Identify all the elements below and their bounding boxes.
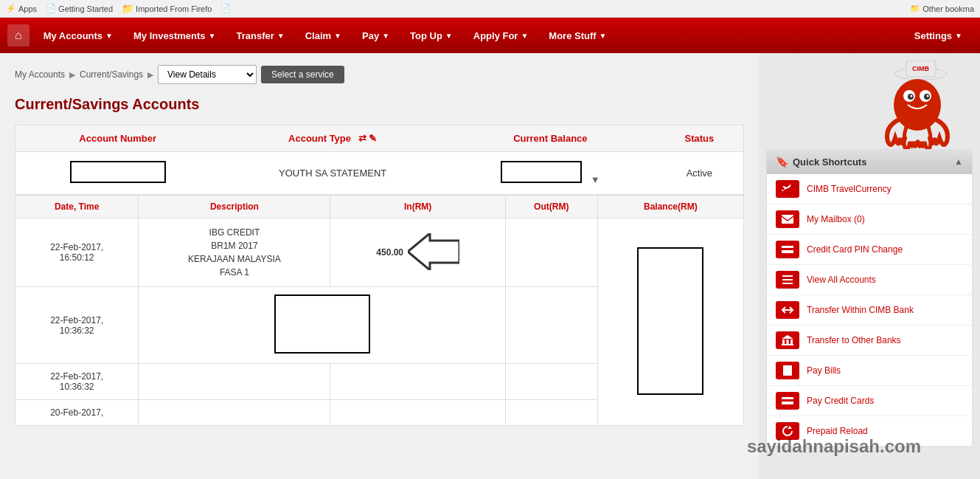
chevron-down-icon: ▼ (334, 32, 341, 40)
out-cell-1 (505, 218, 597, 287)
breadcrumb-sep-2: ▶ (147, 70, 153, 80)
home-button[interactable]: ⌂ (7, 24, 29, 46)
list-icon (776, 271, 799, 289)
balance-masked-block (637, 247, 703, 395)
page-icon: 📄 (46, 4, 56, 13)
th-in: In(RM) (330, 196, 505, 218)
balance-cell-1 (597, 218, 743, 426)
qs-label-transfer-cimb: Transfer Within CIMB Bank (807, 305, 914, 315)
svg-rect-15 (782, 279, 793, 280)
svg-rect-14 (782, 275, 793, 277)
balance-masked (501, 161, 582, 183)
nav-claim[interactable]: Claim ▼ (295, 18, 352, 53)
plane-icon (776, 180, 799, 198)
account-type-cell: YOUTH SA STATEMENT (220, 152, 445, 195)
qs-item-pay-credit[interactable]: Pay Credit Cards (767, 386, 972, 416)
breadcrumb-sep-1: ▶ (69, 70, 75, 80)
chevron-down-icon: ▼ (209, 32, 216, 40)
qs-item-prepaid-reload[interactable]: Prepaid Reload (767, 416, 972, 447)
qs-label-transfer-other: Transfer to Other Banks (807, 335, 901, 345)
mail-icon (776, 210, 799, 228)
qs-item-transfer-cimb[interactable]: Transfer Within CIMB Bank (767, 295, 972, 325)
qs-item-mailbox[interactable]: My Mailbox (0) (767, 204, 972, 235)
other-bookmarks-icon: 📁 (910, 4, 920, 13)
out-cell-2 (505, 287, 597, 364)
mascot-area: CIMB (766, 61, 973, 149)
quick-shortcuts-title: Quick Shortcuts (793, 156, 866, 168)
qs-label-pay-credit: Pay Credit Cards (807, 396, 874, 406)
chevron-down-icon: ▼ (382, 32, 389, 40)
bank-icon (776, 331, 799, 349)
date-cell-2: 22-Feb-2017,10:36:32 (15, 287, 139, 364)
browser-bar: ⚡ Apps 📄 Getting Started 📁 Imported From… (0, 0, 980, 18)
qs-label-pay-bills: Pay Bills (807, 365, 841, 376)
nav-my-investments[interactable]: My Investments ▼ (123, 18, 226, 53)
bookmarks: ⚡ Apps 📄 Getting Started 📁 Imported From… (6, 3, 231, 14)
navbar: ⌂ My Accounts ▼ My Investments ▼ Transfe… (0, 18, 980, 53)
account-number-masked (70, 161, 166, 183)
svg-rect-19 (790, 340, 793, 344)
bookmark-imported[interactable]: 📁 Imported From Firefo (122, 3, 212, 14)
qs-item-pay-bills[interactable]: Pay Bills (767, 356, 972, 386)
svg-rect-16 (782, 283, 793, 284)
content-area: My Accounts ▶ Current/Savings ▶ View Det… (0, 53, 759, 479)
current-balance-cell: ▼ (445, 152, 656, 195)
col-status: Status (656, 125, 744, 152)
nav-settings[interactable]: Settings ▼ (904, 18, 973, 53)
svg-rect-20 (782, 344, 793, 345)
th-balance: Balance(RM) (597, 196, 743, 218)
qs-item-view-accounts[interactable]: View All Accounts (767, 265, 972, 295)
desc-masked-block (274, 294, 370, 354)
other-bookmarks[interactable]: 📁 Other bookma (910, 4, 974, 13)
chevron-down-icon: ▼ (521, 32, 528, 40)
right-sidebar: CIMB 🔖 (759, 53, 980, 479)
nav-top-up[interactable]: Top Up ▼ (400, 18, 463, 53)
chevron-down-icon: ▼ (277, 32, 285, 40)
nav-more-stuff[interactable]: More Stuff ▼ (538, 18, 616, 53)
in-cell-4 (330, 400, 505, 426)
collapse-icon[interactable]: ▲ (954, 156, 963, 167)
reload-icon (776, 422, 799, 440)
nav-my-accounts[interactable]: My Accounts ▼ (33, 18, 123, 53)
balance-dropdown-arrow[interactable]: ▼ (591, 174, 600, 185)
svg-point-10 (927, 95, 929, 97)
breadcrumb: My Accounts ▶ Current/Savings ▶ View Det… (15, 65, 744, 84)
table-row: 22-Feb-2017,16:50:12 IBG CREDITBR1M 2017… (15, 218, 744, 287)
transaction-table: Date, Time Description In(RM) Out(RM) Ba… (15, 195, 744, 426)
main-wrapper: My Accounts ▶ Current/Savings ▶ View Det… (0, 53, 980, 479)
date-cell-4: 20-Feb-2017, (15, 400, 139, 426)
qs-label-travel-currency: CIMB TravelCurrency (807, 184, 892, 194)
bookmark-getting-started[interactable]: 📄 Getting Started (46, 4, 113, 13)
in-cell-3 (330, 364, 505, 400)
svg-point-4 (894, 79, 941, 131)
in-cell-1: 450.00 (330, 218, 505, 287)
qs-item-pin-change[interactable]: Credit Card PIN Change (767, 235, 972, 265)
breadcrumb-current-savings[interactable]: Current/Savings (80, 69, 143, 80)
desc-cell-2 (139, 287, 506, 364)
chevron-down-icon: ▼ (445, 32, 453, 40)
table-row: YOUTH SA STATEMENT ▼ Active (15, 152, 744, 195)
qs-label-view-accounts: View All Accounts (807, 275, 876, 285)
sort-icon[interactable]: ⇄ ✎ (358, 133, 378, 144)
nav-apply-for[interactable]: Apply For ▼ (463, 18, 539, 53)
breadcrumb-my-accounts[interactable]: My Accounts (15, 69, 65, 80)
select-service-button[interactable]: Select a service (261, 66, 344, 83)
out-cell-4 (505, 400, 597, 426)
col-account-type: Account Type ⇄ ✎ (220, 125, 445, 152)
date-cell-3: 22-Feb-2017,10:36:32 (15, 364, 139, 400)
view-details-dropdown[interactable]: View Details View Statement (158, 65, 257, 84)
chevron-down-icon: ▼ (600, 32, 607, 40)
arrow-indicator (408, 233, 459, 272)
qs-label-prepaid-reload: Prepaid Reload (807, 426, 868, 436)
cimb-mascot: CIMB (862, 61, 965, 149)
status-cell: Active (656, 152, 744, 195)
chevron-down-icon: ▼ (955, 32, 962, 40)
bookmark-apps[interactable]: ⚡ Apps (6, 4, 37, 13)
qs-item-travel-currency[interactable]: CIMB TravelCurrency (767, 174, 972, 204)
nav-pay[interactable]: Pay ▼ (352, 18, 400, 53)
svg-rect-18 (787, 340, 789, 344)
nav-transfer[interactable]: Transfer ▼ (226, 18, 294, 53)
svg-text:CIMB: CIMB (912, 65, 929, 72)
th-date-time: Date, Time (15, 196, 139, 218)
qs-item-transfer-other[interactable]: Transfer to Other Banks (767, 325, 972, 356)
